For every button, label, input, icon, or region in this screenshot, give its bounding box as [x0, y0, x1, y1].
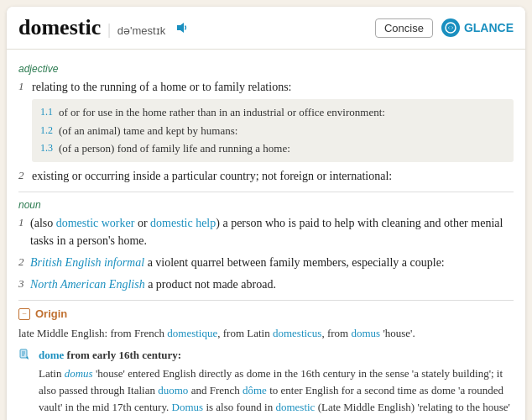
noun-def-3-num: 3: [18, 276, 27, 294]
sub-def-1-1-text: of or for use in the home rather than in…: [59, 104, 385, 121]
duomo-link[interactable]: duomo: [158, 384, 188, 396]
domestic-worker-link[interactable]: domestic worker: [56, 217, 135, 229]
adj-def-2-num: 2: [18, 167, 29, 185]
pencil-icon: [18, 349, 32, 420]
header: domestic | də'mestɪk Concise: [7, 7, 525, 50]
british-english-label: British English informal: [30, 256, 144, 269]
noun-def-1-text: (also domestic worker or domestic help) …: [30, 214, 514, 250]
adj-def-1-subdefs: 1.1 of or for use in the home rather tha…: [32, 99, 514, 162]
noun-pos-label: noun: [18, 199, 514, 211]
glance-button[interactable]: GLANCE: [441, 18, 514, 37]
domesticus-link[interactable]: domesticus: [273, 327, 322, 339]
adj-def-1-main: 1 relating to the running of a home or t…: [18, 78, 514, 96]
sub-def-1-1: 1.1 of or for use in the home rather tha…: [40, 104, 505, 121]
sub-def-1-3-text: (of a person) fond of family life and ru…: [59, 140, 290, 157]
adj-def-1-text: relating to the running of a home or to …: [32, 78, 291, 96]
adj-def-1: 1 relating to the running of a home or t…: [18, 78, 514, 162]
domestique-link[interactable]: domestique: [167, 327, 217, 339]
dome-french-link[interactable]: dôme: [243, 384, 267, 396]
svg-marker-0: [177, 23, 184, 33]
separator: |: [107, 21, 111, 39]
adjective-pos-label: adjective: [18, 63, 514, 75]
glance-icon: [441, 18, 460, 37]
adjective-noun-divider: [18, 192, 514, 192]
domestic-help-link[interactable]: domestic help: [150, 217, 216, 229]
domus-italic-link[interactable]: domus: [65, 367, 93, 380]
origin-toggle-button[interactable]: −: [18, 308, 30, 320]
domestic-origin-link[interactable]: domestic: [275, 401, 315, 413]
glance-label: GLANCE: [464, 21, 514, 34]
sub-def-1-2-num: 1.2: [40, 123, 55, 139]
svg-point-2: [449, 26, 452, 29]
noun-def-2: 2 British English informal a violent qua…: [18, 254, 514, 272]
origin-title: Origin: [35, 307, 67, 320]
noun-def-2-text: British English informal a violent quarr…: [30, 254, 445, 272]
noun-def-1-num: 1: [18, 214, 27, 250]
sub-def-1-1-num: 1.1: [40, 104, 55, 121]
adj-def-2: 2 existing or occurring inside a particu…: [18, 167, 514, 185]
dome-heading-link[interactable]: dome: [39, 349, 64, 361]
domus-italic: domus: [65, 367, 93, 380]
dome-content: dome from early 16th century: Latin domu…: [39, 347, 514, 420]
origin-section: − Origin late Middle English: from Frenc…: [18, 300, 514, 420]
dome-body-text: Latin domus 'house' entered English dire…: [39, 365, 514, 420]
north-american-label: North American English: [30, 278, 145, 291]
adj-def-2-text: existing or occurring inside a particula…: [32, 167, 392, 185]
noun-def-3-text: North American English a product not mad…: [30, 276, 276, 294]
word-header-left: domestic | də'mestɪk: [18, 15, 189, 40]
word-title: domestic: [18, 15, 101, 40]
noun-def-2-num: 2: [18, 254, 27, 272]
origin-header: − Origin: [18, 307, 514, 320]
sub-def-1-2-text: (of an animal) tame and kept by humans:: [59, 123, 237, 139]
dome-heading: dome from early 16th century:: [39, 347, 514, 364]
sub-def-1-3: 1.3 (of a person) fond of family life an…: [40, 140, 505, 157]
origin-main-text: late Middle English: from French domesti…: [18, 325, 514, 342]
header-right: Concise GLANCE: [375, 18, 514, 38]
domus2-link[interactable]: Domus: [172, 401, 204, 413]
pronunciation: də'mestɪk: [117, 24, 165, 37]
dictionary-card: domestic | də'mestɪk Concise: [7, 7, 525, 420]
noun-def-3: 3 North American English a product not m…: [18, 276, 514, 294]
domus-link[interactable]: domus: [351, 327, 380, 339]
sub-def-1-3-num: 1.3: [40, 140, 55, 157]
dome-block: dome from early 16th century: Latin domu…: [18, 347, 514, 420]
noun-def-1: 1 (also domestic worker or domestic help…: [18, 214, 514, 250]
audio-icon[interactable]: [175, 21, 189, 34]
content-area: adjective 1 relating to the running of a…: [7, 50, 525, 420]
adj-def-1-num: 1: [18, 78, 29, 96]
sub-def-1-2: 1.2 (of an animal) tame and kept by huma…: [40, 123, 505, 139]
concise-button[interactable]: Concise: [375, 18, 433, 38]
